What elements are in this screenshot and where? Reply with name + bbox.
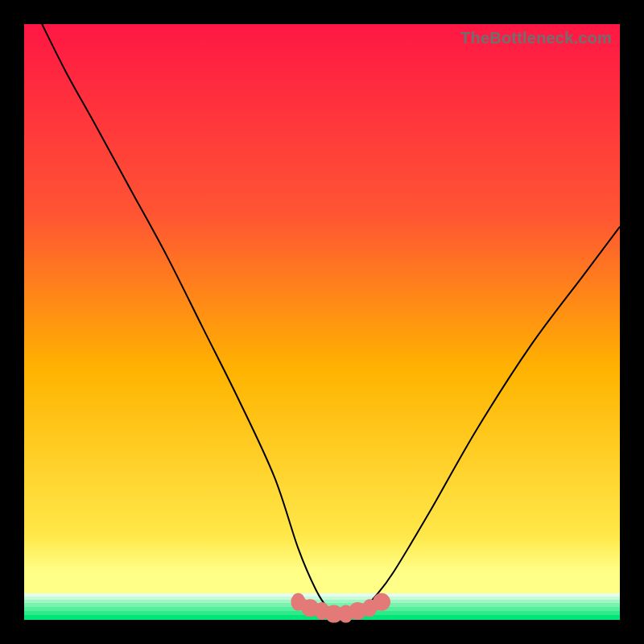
bottleneck-curve [42,24,620,615]
chart-frame: TheBottleneck.com [0,0,644,644]
curve-overlay [24,24,620,620]
trough-markers [291,593,390,623]
svg-point-7 [373,593,390,611]
trough-marker [373,593,390,611]
plot-area: TheBottleneck.com [24,24,620,620]
